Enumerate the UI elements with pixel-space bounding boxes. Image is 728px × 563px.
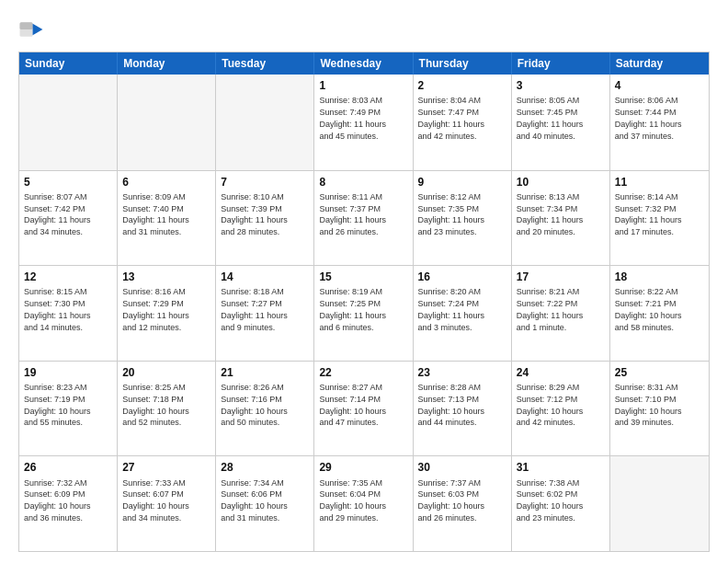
day-cell-9: 9Sunrise: 8:12 AMSunset: 7:35 PMDaylight… [414,171,512,266]
day-cell-31: 31Sunrise: 7:38 AMSunset: 6:02 PMDayligh… [512,456,610,551]
day-cell-1: 1Sunrise: 8:03 AMSunset: 7:49 PMDaylight… [314,75,413,170]
day-info: Sunrise: 8:11 AMSunset: 7:37 PMDaylight:… [319,192,386,236]
day-number: 1 [319,78,407,93]
svg-rect-1 [20,22,33,29]
day-cell-24: 24Sunrise: 8:29 AMSunset: 7:12 PMDayligh… [512,362,610,456]
day-cell-3: 3Sunrise: 8:05 AMSunset: 7:45 PMDaylight… [512,75,610,170]
day-number: 15 [319,270,407,284]
day-number: 8 [319,175,407,190]
day-info: Sunrise: 8:22 AMSunset: 7:21 PMDaylight:… [615,287,682,331]
day-cell-5: 5Sunrise: 8:07 AMSunset: 7:42 PMDaylight… [19,171,118,266]
day-cell-11: 11Sunrise: 8:14 AMSunset: 7:32 PMDayligh… [610,171,709,266]
day-info: Sunrise: 8:12 AMSunset: 7:35 PMDaylight:… [418,192,485,236]
day-number: 4 [615,78,704,93]
day-number: 25 [615,365,704,380]
day-info: Sunrise: 8:16 AMSunset: 7:29 PMDaylight:… [122,287,189,331]
day-number: 31 [517,460,605,475]
day-info: Sunrise: 8:07 AMSunset: 7:42 PMDaylight:… [24,192,91,236]
day-info: Sunrise: 8:10 AMSunset: 7:39 PMDaylight:… [221,192,288,236]
day-info: Sunrise: 7:32 AMSunset: 6:09 PMDaylight:… [24,478,91,523]
day-cell-26: 26Sunrise: 7:32 AMSunset: 6:09 PMDayligh… [19,456,118,551]
day-number: 13 [122,270,210,284]
day-cell-8: 8Sunrise: 8:11 AMSunset: 7:37 PMDaylight… [314,171,413,266]
day-number: 11 [615,175,704,190]
day-cell-20: 20Sunrise: 8:25 AMSunset: 7:18 PMDayligh… [118,362,216,456]
day-cell-22: 22Sunrise: 8:27 AMSunset: 7:14 PMDayligh… [314,362,413,456]
day-cell-7: 7Sunrise: 8:10 AMSunset: 7:39 PMDaylight… [216,171,314,266]
calendar-row: 12Sunrise: 8:15 AMSunset: 7:30 PMDayligh… [19,265,709,361]
calendar-row: 1Sunrise: 8:03 AMSunset: 7:49 PMDaylight… [19,75,709,170]
empty-cell [216,75,314,170]
day-cell-19: 19Sunrise: 8:23 AMSunset: 7:19 PMDayligh… [19,362,118,456]
day-number: 14 [221,270,309,284]
day-number: 7 [221,175,309,190]
day-info: Sunrise: 8:06 AMSunset: 7:44 PMDaylight:… [615,96,682,140]
day-number: 3 [517,78,605,93]
day-info: Sunrise: 8:03 AMSunset: 7:49 PMDaylight:… [319,96,386,140]
day-number: 24 [517,365,605,380]
day-number: 9 [418,175,506,190]
day-info: Sunrise: 8:21 AMSunset: 7:22 PMDaylight:… [517,287,584,331]
day-info: Sunrise: 8:27 AMSunset: 7:14 PMDaylight:… [319,383,386,427]
day-number: 29 [319,460,407,475]
day-info: Sunrise: 8:15 AMSunset: 7:30 PMDaylight:… [24,287,91,331]
day-info: Sunrise: 8:13 AMSunset: 7:34 PMDaylight:… [517,192,584,236]
day-info: Sunrise: 8:20 AMSunset: 7:24 PMDaylight:… [418,287,485,331]
day-number: 10 [517,175,605,190]
empty-cell [610,456,709,551]
day-info: Sunrise: 7:37 AMSunset: 6:03 PMDaylight:… [418,478,485,523]
day-info: Sunrise: 8:29 AMSunset: 7:12 PMDaylight:… [517,383,584,427]
weekday-header-monday: Monday [118,52,216,75]
day-cell-15: 15Sunrise: 8:19 AMSunset: 7:25 PMDayligh… [314,266,413,361]
empty-cell [118,75,216,170]
calendar-body: 1Sunrise: 8:03 AMSunset: 7:49 PMDaylight… [19,75,709,551]
calendar-header: SundayMondayTuesdayWednesdayThursdayFrid… [19,52,709,75]
day-cell-17: 17Sunrise: 8:21 AMSunset: 7:22 PMDayligh… [512,266,610,361]
calendar-row: 26Sunrise: 7:32 AMSunset: 6:09 PMDayligh… [19,455,709,551]
day-cell-27: 27Sunrise: 7:33 AMSunset: 6:07 PMDayligh… [118,456,216,551]
day-number: 5 [24,175,112,190]
day-info: Sunrise: 8:19 AMSunset: 7:25 PMDaylight:… [319,287,386,331]
day-number: 23 [418,365,506,380]
day-info: Sunrise: 8:14 AMSunset: 7:32 PMDaylight:… [615,192,682,236]
weekday-header-wednesday: Wednesday [314,52,413,75]
weekday-header-saturday: Saturday [610,52,709,75]
day-info: Sunrise: 7:35 AMSunset: 6:04 PMDaylight:… [319,478,386,523]
calendar-row: 19Sunrise: 8:23 AMSunset: 7:19 PMDayligh… [19,361,709,456]
day-cell-16: 16Sunrise: 8:20 AMSunset: 7:24 PMDayligh… [414,266,512,361]
weekday-header-thursday: Thursday [414,52,512,75]
calendar: SundayMondayTuesdayWednesdayThursdayFrid… [18,52,710,552]
day-number: 22 [319,365,407,380]
day-number: 17 [517,270,605,284]
day-info: Sunrise: 8:04 AMSunset: 7:47 PMDaylight:… [418,96,485,140]
calendar-row: 5Sunrise: 8:07 AMSunset: 7:42 PMDaylight… [19,170,709,266]
day-number: 12 [24,270,112,284]
day-number: 16 [418,270,506,284]
day-cell-2: 2Sunrise: 8:04 AMSunset: 7:47 PMDaylight… [414,75,512,170]
day-number: 6 [122,175,210,190]
day-info: Sunrise: 8:26 AMSunset: 7:16 PMDaylight:… [221,383,288,427]
day-cell-28: 28Sunrise: 7:34 AMSunset: 6:06 PMDayligh… [216,456,314,551]
day-cell-25: 25Sunrise: 8:31 AMSunset: 7:10 PMDayligh… [610,362,709,456]
day-cell-14: 14Sunrise: 8:18 AMSunset: 7:27 PMDayligh… [216,266,314,361]
day-number: 2 [418,78,506,93]
weekday-header-sunday: Sunday [19,52,118,75]
day-cell-23: 23Sunrise: 8:28 AMSunset: 7:13 PMDayligh… [414,362,512,456]
empty-cell [19,75,118,170]
day-cell-18: 18Sunrise: 8:22 AMSunset: 7:21 PMDayligh… [610,266,709,361]
day-cell-30: 30Sunrise: 7:37 AMSunset: 6:03 PMDayligh… [414,456,512,551]
day-cell-13: 13Sunrise: 8:16 AMSunset: 7:29 PMDayligh… [118,266,216,361]
day-info: Sunrise: 8:05 AMSunset: 7:45 PMDaylight:… [517,96,584,140]
day-cell-12: 12Sunrise: 8:15 AMSunset: 7:30 PMDayligh… [19,266,118,361]
day-cell-4: 4Sunrise: 8:06 AMSunset: 7:44 PMDaylight… [610,75,709,170]
day-info: Sunrise: 8:28 AMSunset: 7:13 PMDaylight:… [418,383,485,427]
day-info: Sunrise: 8:23 AMSunset: 7:19 PMDaylight:… [24,383,91,427]
day-info: Sunrise: 8:25 AMSunset: 7:18 PMDaylight:… [122,383,189,427]
svg-marker-2 [33,24,43,35]
day-info: Sunrise: 8:31 AMSunset: 7:10 PMDaylight:… [615,383,682,427]
day-info: Sunrise: 7:33 AMSunset: 6:07 PMDaylight:… [122,478,189,523]
day-cell-6: 6Sunrise: 8:09 AMSunset: 7:40 PMDaylight… [118,171,216,266]
logo-icon [18,17,44,42]
day-number: 30 [418,460,506,475]
day-info: Sunrise: 8:09 AMSunset: 7:40 PMDaylight:… [122,192,189,236]
